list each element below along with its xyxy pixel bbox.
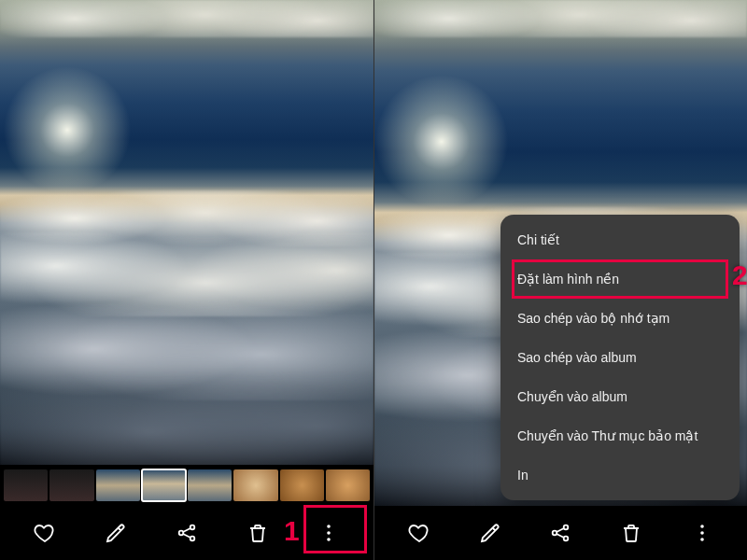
photo-content-clouds <box>0 0 374 465</box>
svg-point-5 <box>327 538 331 541</box>
action-bar <box>0 506 374 560</box>
more-button[interactable] <box>680 512 725 553</box>
thumbnail[interactable] <box>49 469 93 501</box>
action-bar <box>374 506 747 560</box>
thumbnail-strip[interactable] <box>0 465 374 506</box>
edit-button[interactable] <box>468 512 513 553</box>
svg-point-4 <box>327 531 331 535</box>
svg-point-11 <box>700 538 704 541</box>
photo-viewer[interactable] <box>0 0 374 465</box>
menu-item-details[interactable]: Chi tiết <box>500 220 740 259</box>
thumbnail[interactable] <box>188 469 232 501</box>
favorite-button[interactable] <box>22 512 67 553</box>
svg-point-9 <box>700 525 704 528</box>
menu-item-move-album[interactable]: Chuyển vào album <box>500 377 740 416</box>
thumbnail[interactable] <box>4 469 48 501</box>
menu-item-move-secure[interactable]: Chuyển vào Thư mục bảo mật <box>500 416 740 455</box>
menu-item-copy-album[interactable]: Sao chép vào album <box>500 338 740 377</box>
more-vertical-icon <box>317 522 340 544</box>
context-menu: Chi tiết Đặt làm hình nền Sao chép vào b… <box>500 215 740 500</box>
menu-item-set-wallpaper[interactable]: Đặt làm hình nền <box>500 259 740 299</box>
right-screenshot: Chi tiết Đặt làm hình nền Sao chép vào b… <box>374 0 747 560</box>
menu-item-print[interactable]: In <box>500 455 740 495</box>
share-button[interactable] <box>538 512 583 553</box>
favorite-button[interactable] <box>397 512 442 553</box>
svg-point-2 <box>190 537 195 541</box>
delete-button[interactable] <box>609 512 654 553</box>
trash-icon <box>247 522 269 544</box>
menu-item-copy-clipboard[interactable]: Sao chép vào bộ nhớ tạm <box>500 299 740 338</box>
thumbnail[interactable] <box>326 469 370 501</box>
heart-icon <box>34 522 56 544</box>
svg-point-8 <box>564 537 569 541</box>
svg-point-1 <box>190 525 195 530</box>
thumbnail[interactable] <box>280 469 324 501</box>
heart-icon <box>408 522 430 544</box>
trash-icon <box>620 522 642 544</box>
svg-point-0 <box>179 531 184 536</box>
share-button[interactable] <box>164 512 209 553</box>
svg-point-7 <box>564 525 569 530</box>
delete-button[interactable] <box>235 512 280 553</box>
thumbnail[interactable] <box>233 469 277 501</box>
share-icon <box>176 522 198 544</box>
photo-viewer[interactable]: Chi tiết Đặt làm hình nền Sao chép vào b… <box>374 0 747 506</box>
svg-point-3 <box>327 525 331 528</box>
pencil-icon <box>479 522 501 544</box>
share-icon <box>549 522 571 544</box>
pencil-icon <box>105 522 127 544</box>
thumbnail-selected[interactable] <box>142 469 186 501</box>
svg-point-10 <box>700 531 704 535</box>
more-vertical-icon <box>691 522 713 544</box>
edit-button[interactable] <box>93 512 138 553</box>
left-screenshot <box>0 0 374 560</box>
more-button[interactable] <box>306 512 351 553</box>
thumbnail[interactable] <box>96 469 140 501</box>
svg-point-6 <box>553 531 557 536</box>
